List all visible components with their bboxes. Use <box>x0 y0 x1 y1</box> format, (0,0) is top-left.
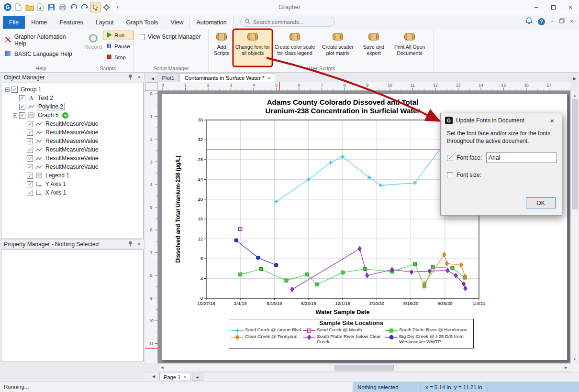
scroll-down-icon[interactable]: ▼ <box>571 355 579 363</box>
tree-item-resultmeasurevalue[interactable]: ✓ResultMeasureValue <box>2 120 143 128</box>
tree-item-resultmeasurevalue[interactable]: ✓ResultMeasureValue <box>2 137 143 145</box>
collapse-toggle[interactable] <box>13 113 17 118</box>
pin-icon[interactable] <box>128 241 133 248</box>
tree-item-polyline-2[interactable]: ✓Polyline 2 <box>2 102 143 111</box>
document-tab-plot1[interactable]: Plot1 <box>157 73 179 82</box>
tree-item-resultmeasurevalue[interactable]: ✓ResultMeasureValue <box>2 154 143 163</box>
font-face-checkbox[interactable]: ✓ <box>447 155 453 161</box>
grapher-logo[interactable]: G <box>2 2 12 12</box>
close-page-icon[interactable]: × <box>183 374 186 380</box>
tree-item-resultmeasurevalue[interactable]: ✓ResultMeasureValue <box>2 145 143 154</box>
view-script-manager-checkbox[interactable] <box>139 34 145 40</box>
vertical-scrollbar[interactable]: ▲ ▼ <box>570 91 579 363</box>
dialog-close-button[interactable]: × <box>547 117 557 125</box>
new-page[interactable] <box>35 2 45 12</box>
pointer-tool[interactable] <box>90 2 100 12</box>
status-bar: Running... Nothing selected x = 5.14 in,… <box>0 381 579 392</box>
tab-scroll-right-icon[interactable]: ▶ <box>570 76 579 82</box>
ribbon-tab-view[interactable]: View <box>165 16 190 29</box>
visibility-checkbox[interactable]: ✓ <box>27 138 33 144</box>
view-script-manager-toggle[interactable]: View Script Manager <box>134 29 208 40</box>
horizontal-scroll-thumb[interactable] <box>334 365 394 370</box>
user-script-create-color-scale-for-class-legend[interactable]: Create color scale for class legend <box>273 30 317 66</box>
new-document[interactable] <box>13 2 23 12</box>
page-tab-page-1[interactable]: Page 1× <box>159 373 190 381</box>
collapse-toggle[interactable] <box>5 87 10 92</box>
ribbon-tab-file[interactable]: File <box>3 16 25 29</box>
pin-icon[interactable] <box>128 74 133 81</box>
print[interactable] <box>57 2 67 12</box>
user-script-change-font-for-all-objects[interactable]: Change font for all objects <box>234 30 272 66</box>
visibility-checkbox[interactable]: ✓ <box>19 112 25 119</box>
ribbon-tab-graph-tools[interactable]: Graph Tools <box>120 16 164 29</box>
ribbon-tab-automation[interactable]: Automation <box>189 16 233 29</box>
tree-item-text-2[interactable]: ✓AText 2 <box>2 94 143 102</box>
tab-scroll-left-icon[interactable]: ◀ <box>148 76 157 82</box>
ribbon-tab-layout[interactable]: Layout <box>89 16 120 29</box>
scroll-left-icon[interactable]: ◀ <box>158 364 166 371</box>
close-document-icon[interactable]: × <box>570 18 573 25</box>
visibility-checkbox[interactable]: ✓ <box>27 130 33 136</box>
page-scroll-left-icon[interactable]: ◀ <box>149 374 158 380</box>
visibility-checkbox[interactable]: ✓ <box>27 173 33 179</box>
ribbon-tab-features[interactable]: Features <box>54 16 89 29</box>
minimize-ribbon-icon[interactable]: − <box>550 18 554 25</box>
stop-button[interactable]: Stop <box>103 53 134 62</box>
page-tab-bar: ◀ Page 1× + <box>145 372 579 381</box>
visibility-checkbox[interactable]: ✓ <box>27 181 33 187</box>
visibility-checkbox[interactable]: ✓ <box>27 121 33 127</box>
undo[interactable] <box>68 2 78 12</box>
font-face-input[interactable] <box>486 152 557 163</box>
visibility-checkbox[interactable]: ✓ <box>19 95 25 101</box>
visibility-checkbox[interactable]: ✓ <box>27 147 33 153</box>
minimize-button[interactable]: − <box>527 0 545 14</box>
document-tab-contaminants-in-surface-water[interactable]: Contaminants in Surface Water *× <box>179 73 275 82</box>
redo[interactable] <box>79 2 89 12</box>
visibility-checkbox[interactable]: ✓ <box>19 104 25 110</box>
tree-item-resultmeasurevalue[interactable]: ✓ResultMeasureValue <box>2 163 143 171</box>
ribbon-tab-home[interactable]: Home <box>25 16 53 29</box>
font-size-checkbox[interactable] <box>447 172 453 178</box>
visibility-checkbox[interactable]: ✓ <box>11 87 18 93</box>
close-panel-icon[interactable]: × <box>137 241 141 248</box>
grapher-automation-help-link[interactable]: Grapher Automation Help <box>0 32 82 48</box>
user-script-save-and-export[interactable]: Save and export <box>359 30 389 66</box>
tree-item-graph-5[interactable]: ✓Graph 5+ <box>2 111 143 120</box>
ok-button[interactable]: OK <box>526 197 556 208</box>
close-button[interactable]: × <box>562 0 579 14</box>
visibility-checkbox[interactable]: ✓ <box>27 155 33 162</box>
tree-item-resultmeasurevalue[interactable]: ✓ResultMeasureValue <box>2 128 143 137</box>
user-script-create-scatter-plot-matrix[interactable]: Create scatter plot matrix <box>318 30 358 66</box>
close-panel-icon[interactable]: × <box>137 74 141 81</box>
search-input[interactable] <box>253 19 325 25</box>
close-tab-icon[interactable]: × <box>267 76 270 81</box>
pause-button[interactable]: Pause <box>103 42 134 51</box>
add-plot-badge[interactable]: + <box>62 112 68 119</box>
tree-item-x-axis-1[interactable]: ✓X Axis 1 <box>2 188 143 197</box>
vertical-scroll-thumb[interactable] <box>572 99 578 209</box>
notifications-bell-icon[interactable] <box>525 17 533 26</box>
dialog-title-bar[interactable]: G Update Fonts in Document × <box>441 113 562 128</box>
save[interactable] <box>46 2 56 12</box>
user-script-add-scripts[interactable]: Add Scripts <box>211 30 233 66</box>
maximize-button[interactable] <box>545 0 562 14</box>
command-search[interactable] <box>240 17 335 27</box>
horizontal-scrollbar[interactable]: ◀ ▶ <box>158 363 570 372</box>
basic-language-help-link[interactable]: BASIC Language Help <box>0 48 82 60</box>
scroll-up-icon[interactable]: ▲ <box>571 91 579 99</box>
svg-text:11: 11 <box>411 83 415 87</box>
qat-dropdown[interactable]: ▾ <box>112 2 122 12</box>
tree-item-y-axis-1[interactable]: ✓Y Axis 1 <box>2 180 143 188</box>
cascade-windows-icon[interactable] <box>559 18 565 25</box>
scroll-right-icon[interactable]: ▶ <box>562 364 570 371</box>
tree-item-legend-1[interactable]: ✓Legend 1 <box>2 171 143 180</box>
visibility-checkbox[interactable]: ✓ <box>27 190 33 196</box>
user-script-print-all-open-documents[interactable]: Print All Open Documents <box>390 30 430 66</box>
options-gear[interactable] <box>101 2 111 12</box>
help-icon[interactable]: ? <box>538 18 545 25</box>
open-folder[interactable] <box>24 2 34 12</box>
add-page-button[interactable]: + <box>192 373 203 381</box>
tree-item-group-1[interactable]: ✓Group 1 <box>2 85 143 94</box>
run-button[interactable]: Run <box>103 31 134 40</box>
visibility-checkbox[interactable]: ✓ <box>27 164 33 170</box>
